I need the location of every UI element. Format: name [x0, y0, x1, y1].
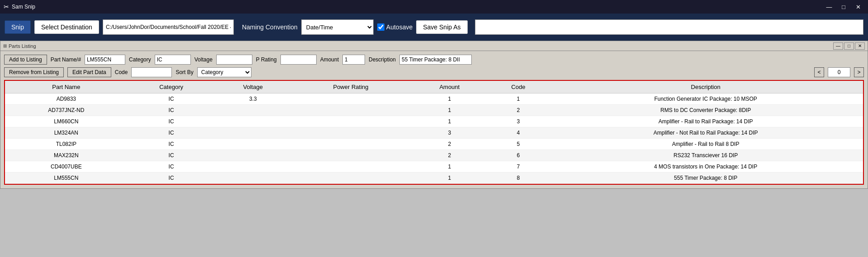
table-cell: Amplifier - Rail to Rail Package: 14 DIP: [548, 116, 863, 127]
table-cell: 2: [411, 139, 488, 150]
extra-input[interactable]: [475, 19, 864, 35]
sort-by-select[interactable]: Category Part Name Amount Code: [197, 67, 251, 77]
table-cell: Amplifier - Rail to Rail 8 DIP: [548, 139, 863, 150]
table-cell: AD737JNZ-ND: [5, 105, 128, 116]
sub-title-bar: ⊞ Parts Listing — □ ✕: [0, 41, 868, 51]
table-cell: IC: [128, 150, 215, 161]
table-cell: 4 MOS transistors in One Package: 14 DIP: [548, 161, 863, 173]
table-cell: LM555CN: [5, 173, 128, 184]
sub-minimize-button[interactable]: —: [833, 42, 843, 50]
table-row[interactable]: MAX232NIC26RS232 Transciever 16 DIP: [5, 150, 863, 161]
table-row[interactable]: AD9833IC3.311Function Generator IC Packa…: [5, 93, 863, 105]
table-cell: [215, 139, 291, 150]
table-cell: [291, 150, 411, 161]
col-power-rating: Power Rating: [291, 81, 411, 93]
table-cell: [291, 116, 411, 127]
table-body: AD9833IC3.311Function Generator IC Packa…: [5, 93, 863, 184]
nav-next-button[interactable]: >: [854, 67, 864, 77]
app-title: Sam Snip: [12, 4, 823, 10]
table-cell: AD9833: [5, 93, 128, 105]
nav-prev-button[interactable]: <: [814, 67, 824, 77]
table-row[interactable]: AD737JNZ-NDIC12RMS to DC Converter Packa…: [5, 105, 863, 116]
table-cell: 4: [489, 127, 549, 139]
table-cell: 8: [489, 173, 549, 184]
voltage-input[interactable]: [216, 55, 252, 65]
save-snip-as-button[interactable]: Save Snip As: [416, 20, 467, 34]
table-cell: 1: [411, 93, 488, 105]
col-category: Category: [128, 81, 215, 93]
sub-maximize-button[interactable]: □: [844, 42, 854, 50]
table-row[interactable]: LM324ANIC34Amplifier - Not Rail to Rail …: [5, 127, 863, 139]
page-input[interactable]: [828, 67, 850, 77]
parts-toolbar-row1: Add to Listing Part Name/# Category Volt…: [4, 55, 864, 65]
sort-by-label: Sort By: [175, 69, 193, 75]
parts-table-container: Part Name Category Voltage Power Rating …: [4, 80, 864, 185]
close-button[interactable]: ✕: [852, 2, 864, 12]
table-cell: IC: [128, 139, 215, 150]
sub-window-title: Parts Listing: [9, 43, 833, 49]
add-to-listing-button[interactable]: Add to Listing: [4, 55, 47, 65]
table-cell: 7: [489, 161, 549, 173]
edit-part-data-button[interactable]: Edit Part Data: [67, 67, 111, 77]
col-part-name: Part Name: [5, 81, 128, 93]
table-cell: IC: [128, 161, 215, 173]
category-input[interactable]: [155, 55, 191, 65]
minimize-button[interactable]: —: [823, 2, 835, 12]
autosave-checkbox[interactable]: [377, 23, 384, 31]
app-icon: ✂: [4, 3, 9, 10]
table-cell: IC: [128, 116, 215, 127]
path-input[interactable]: [103, 19, 234, 35]
amount-input[interactable]: [342, 55, 365, 65]
table-cell: Function Generator IC Package: 10 MSOP: [548, 93, 863, 105]
parts-toolbar-row2: Remove from Listing Edit Part Data Code …: [4, 67, 864, 77]
parts-listing-window: ⊞ Parts Listing — □ ✕ Add to Listing Par…: [0, 41, 868, 189]
table-cell: 2: [411, 150, 488, 161]
select-destination-button[interactable]: Select Destination: [34, 20, 99, 34]
description-label: Description: [369, 56, 396, 63]
p-rating-label: P Rating: [256, 56, 277, 63]
table-cell: [291, 127, 411, 139]
category-label: Category: [129, 56, 151, 63]
table-cell: RMS to DC Converter Package: 8DIP: [548, 105, 863, 116]
part-name-input[interactable]: [85, 55, 125, 65]
table-cell: 1: [411, 161, 488, 173]
table-cell: 555 Timer Package: 8 DIP: [548, 173, 863, 184]
table-row[interactable]: TL082IPIC25Amplifier - Rail to Rail 8 DI…: [5, 139, 863, 150]
maximize-button[interactable]: □: [837, 2, 850, 12]
table-cell: IC: [128, 127, 215, 139]
table-cell: TL082IP: [5, 139, 128, 150]
table-cell: Amplifier - Not Rail to Rail Package: 14…: [548, 127, 863, 139]
sub-title-controls: — □ ✕: [833, 42, 865, 50]
amount-label: Amount: [320, 56, 339, 63]
table-cell: [291, 105, 411, 116]
table-cell: CD4007UBE: [5, 161, 128, 173]
table-cell: [291, 161, 411, 173]
table-cell: IC: [128, 105, 215, 116]
title-bar: ✂ Sam Snip — □ ✕: [0, 0, 868, 14]
table-header: Part Name Category Voltage Power Rating …: [5, 81, 863, 93]
table-cell: [215, 161, 291, 173]
p-rating-input[interactable]: [280, 55, 317, 65]
table-cell: 1: [411, 105, 488, 116]
table-row[interactable]: LM555CNIC18555 Timer Package: 8 DIP: [5, 173, 863, 184]
col-code: Code: [489, 81, 549, 93]
main-toolbar: Snip Select Destination Naming Conventio…: [0, 14, 868, 41]
table-cell: MAX232N: [5, 150, 128, 161]
table-cell: [291, 139, 411, 150]
table-row[interactable]: CD4007UBEIC174 MOS transistors in One Pa…: [5, 161, 863, 173]
table-cell: [215, 173, 291, 184]
col-amount: Amount: [411, 81, 488, 93]
table-cell: 1: [411, 173, 488, 184]
snip-button[interactable]: Snip: [5, 20, 31, 34]
naming-convention-select[interactable]: Date/Time Custom Sequential: [301, 19, 374, 35]
table-cell: LM660CN: [5, 116, 128, 127]
table-cell: [291, 93, 411, 105]
remove-from-listing-button[interactable]: Remove from Listing: [4, 67, 64, 77]
table-row[interactable]: LM660CNIC13Amplifier - Rail to Rail Pack…: [5, 116, 863, 127]
sub-close-button[interactable]: ✕: [855, 42, 865, 50]
table-cell: 6: [489, 150, 549, 161]
autosave-label: Autosave: [377, 23, 413, 31]
parts-area: Add to Listing Part Name/# Category Volt…: [0, 51, 868, 188]
description-input[interactable]: [399, 55, 472, 65]
code-input[interactable]: [131, 67, 172, 77]
